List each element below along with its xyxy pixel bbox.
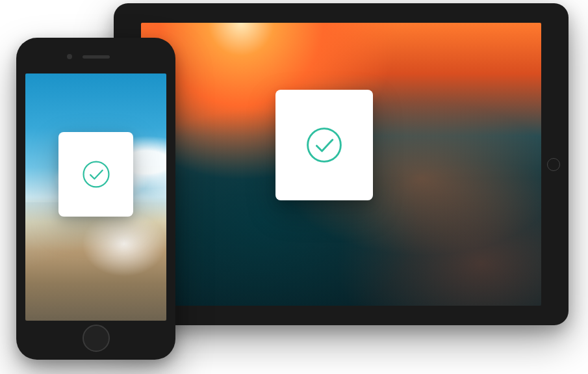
- success-card-phone: [58, 132, 133, 217]
- phone-speaker: [83, 55, 110, 59]
- svg-point-0: [308, 129, 341, 162]
- phone-front-camera: [67, 54, 72, 59]
- svg-point-1: [83, 162, 109, 187]
- success-card-tablet: [275, 90, 373, 200]
- phone-home-button[interactable]: [83, 325, 110, 352]
- tablet-home-button[interactable]: [547, 158, 560, 171]
- check-circle-icon: [305, 126, 344, 165]
- check-circle-icon: [81, 159, 111, 189]
